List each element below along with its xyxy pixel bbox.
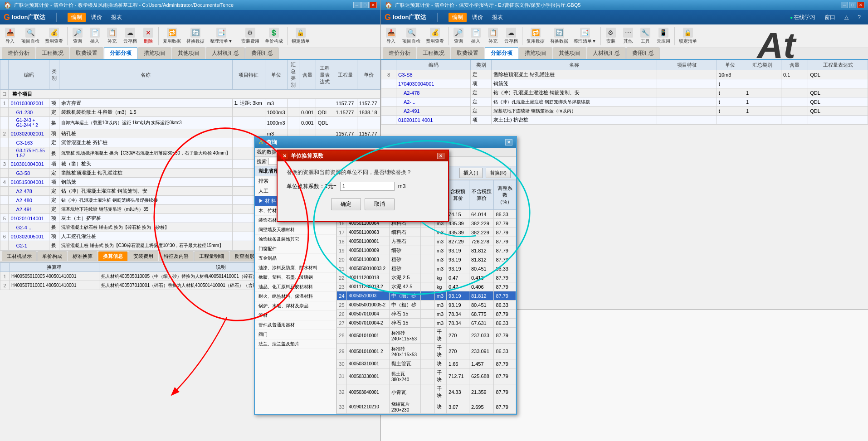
query-cat-boiler[interactable]: 锅炉、水电、焊材及杂品 [255, 301, 336, 311]
repeat-data-btn[interactable]: 🔁 复用数据 [161, 26, 183, 46]
query-insert-btn[interactable]: 插入(I) [459, 168, 482, 178]
left-tab-analysis[interactable]: 造价分析 [2, 47, 35, 59]
left-close-btn[interactable]: ✕ [370, 2, 377, 8]
right-maximize-btn[interactable]: □ [849, 2, 856, 8]
left-btab-convert-info[interactable]: 换算信息 [98, 251, 128, 261]
query-cat-fittings[interactable]: 管件及普通用器材 [255, 320, 336, 330]
replace-data-btn[interactable]: 🔄 替换数据 [184, 26, 207, 46]
right-query-btn[interactable]: 🔎 查询 [450, 26, 467, 46]
left-btab-standard-convert[interactable]: 标准换算 [68, 251, 98, 261]
unit-price-btn[interactable]: 💲 单价构成 [263, 26, 285, 46]
right-project-check-btn[interactable]: 🔍 项目自检 [400, 26, 423, 46]
query-btn[interactable]: 🔎 查询 [69, 26, 86, 46]
query-cat-decoration[interactable]: 涂饰线条及装饰其它 [255, 235, 336, 244]
table-row[interactable]: 25 4005050010005-2 中（粗）砂 m3 93.19 80.451… [337, 300, 516, 310]
table-row[interactable]: 23 400111200018-2 水泥 42.5 kg 0.47 0.406 … [337, 282, 516, 291]
right-tab-fee-setup[interactable]: 取费设置 [451, 47, 484, 59]
table-row[interactable]: 26 400507010004 碎石 15 m3 78.34 68.775 87… [337, 310, 516, 319]
delete-btn[interactable]: ✕ 删除 [140, 26, 156, 46]
right-help[interactable]: ? [854, 13, 864, 21]
left-tab-cost-summary[interactable]: 费用汇总 [245, 47, 279, 59]
table-row[interactable]: 32 400503040001 小青瓦 千块 24.33 21.359 87.7… [337, 384, 516, 400]
right-fill-btn[interactable]: 📋 补充 [485, 26, 501, 46]
table-row[interactable]: 20 400501100003 粗砂 m3 93.19 81.812 87.79 [337, 255, 516, 264]
query-cat-metal[interactable]: 五金制品 [255, 254, 336, 263]
left-btab-install-fee[interactable]: 安装费用 [128, 251, 158, 261]
right-close-btn[interactable]: ✕ [857, 2, 864, 8]
table-row[interactable]: A2-478 定 钻（冲）孔混凝土灌注桩 钢筋笼制、安 t 1 QDL [381, 88, 868, 97]
right-menu-edit[interactable]: 编制 [449, 13, 467, 22]
query-dialog-close[interactable]: ✕ [505, 139, 512, 145]
unit-confirm-btn[interactable]: 确定 [331, 198, 361, 210]
query-cat-chemical[interactable]: 油品、化工原料及胶粘材料 [255, 282, 336, 292]
right-install-btn[interactable]: ⚙ 安装 [603, 26, 619, 46]
left-btab-resources[interactable]: 工材机显示 [2, 251, 37, 261]
table-row[interactable]: 30 400503310001 黏土管瓦 块 1.66 1.457 87.79 [337, 359, 516, 368]
right-tab-cost-summary[interactable]: 费用汇总 [626, 47, 660, 59]
left-tab-overview[interactable]: 工程概况 [36, 47, 69, 59]
query-cat-door[interactable]: 门窗配件 [255, 244, 336, 254]
right-cloud-btn[interactable]: ☁ 云存档 [502, 26, 520, 46]
left-tab-sections[interactable]: 分部分项 [104, 47, 137, 59]
query-cat-valve[interactable]: 阀门 [255, 330, 336, 339]
table-row[interactable]: 8 G3-S8 定 凿除桩顶混凝土 钻孔灌注桩 10m3 0.1 QDL [381, 70, 868, 79]
right-tools-btn[interactable]: 🔧 工具 [637, 26, 653, 46]
table-row-selected[interactable]: 24 40050510003 中（细）砂 m3 93.19 81.812 87.… [337, 291, 516, 300]
sort-list-btn[interactable]: 📑 整理清单▼ [208, 26, 235, 46]
table-row[interactable]: 19 400501100009 细砂 m3 93.19 81.812 87.79 [337, 246, 516, 255]
cloud-btn[interactable]: ☁ 云存档 [121, 26, 139, 46]
table-row[interactable]: ⊟ 整个项目 [0, 90, 380, 99]
left-btab-qty-detail[interactable]: 工程量明细 [194, 251, 229, 261]
import-btn[interactable]: 📥 导入 [2, 26, 18, 46]
right-import-btn[interactable]: 📥 导入 [383, 26, 399, 46]
table-row[interactable]: G1-243 +G1-244 * 2 换 自卸汽车运土（载重10t以内）运距 1… [0, 117, 380, 129]
table-row[interactable]: 01020101 4001 项 灰土(土) 挤密桩 [381, 116, 868, 125]
table-row[interactable]: A2-491 定 深基坑地下连续墙 钢筋笼吊运（m以内） t 1 QDL [381, 107, 868, 116]
query-cat-fireproof[interactable]: 耐火、绝热材料、保温材料 [255, 292, 336, 301]
table-row[interactable]: 33 401901210210 烧结瓦片 230×230 块 3.07 2.69… [337, 400, 516, 414]
right-tab-sections[interactable]: 分部分项 [485, 47, 518, 59]
table-row[interactable]: 1 010103002001 项 余方弃置 1. 运距: 3km m3 1157… [0, 99, 380, 108]
right-lock-list-btn[interactable]: 🔒 锁定清单 [677, 26, 699, 46]
right-menu-report[interactable]: 报表 [488, 13, 507, 22]
left-menu-report[interactable]: 报表 [107, 13, 126, 22]
left-minimize-btn[interactable]: ─ [353, 2, 361, 8]
unit-cancel-btn[interactable]: 取消 [365, 198, 395, 210]
left-tab-fee-setup[interactable]: 取费设置 [70, 47, 103, 59]
query-cat-pipe[interactable]: 管材 [255, 311, 336, 320]
right-replace-data-btn[interactable]: 🔄 替换数据 [548, 26, 571, 46]
left-menu-price[interactable]: 调价 [88, 13, 106, 22]
right-sort-list-btn[interactable]: 📑 整理清单▼ [571, 26, 599, 46]
right-window-menu[interactable]: 窗口 [821, 13, 839, 22]
table-row[interactable]: 17 400501100063 细料石 m3 435.39 382.229 87… [337, 228, 516, 237]
right-tab-measures[interactable]: 措施项目 [519, 47, 552, 59]
right-other-btn[interactable]: ⋯ 其他 [620, 26, 636, 46]
left-tab-other[interactable]: 其他项目 [172, 47, 205, 59]
fill-btn[interactable]: 📋 补充 [104, 26, 120, 46]
table-row[interactable]: 31 400503330001 黏土瓦 380×240 千块 712.71 62… [337, 368, 516, 384]
right-repeat-data-btn[interactable]: 🔁 复用数据 [524, 26, 547, 46]
unit-dialog-close-btn[interactable]: ✕ [437, 153, 444, 159]
table-row[interactable]: 1704030004001 项 钢筋笼 t [381, 79, 868, 88]
query-cat-paint[interactable]: 油漆、涂料及防腐、防水材料 [255, 263, 336, 273]
project-check-btn[interactable]: 🔍 项目自检 [19, 26, 42, 46]
right-menu-price[interactable]: 调价 [468, 13, 487, 22]
left-menu-edit[interactable]: 编制 [68, 13, 86, 22]
right-cost-check-btn[interactable]: 💰 费用查看 [424, 26, 446, 46]
left-tab-resources[interactable]: 人材机汇总 [206, 47, 245, 59]
table-row[interactable]: 18 400501100001 方整石 m3 827.29 726.278 87… [337, 237, 516, 246]
cost-check-btn[interactable]: 💰 费用查看 [43, 26, 65, 46]
right-minimize-btn[interactable]: ─ [841, 2, 848, 8]
query-replace-btn[interactable]: 替换(R) [486, 168, 511, 178]
lock-list-btn[interactable]: 🔒 锁定清单 [289, 26, 312, 46]
right-online-learn[interactable]: ● 在线学习 [786, 13, 819, 22]
query-cat-rubber[interactable]: 橡胶、塑料、石墨、玻璃钢 [255, 273, 336, 282]
right-tab-analysis[interactable]: 造价分析 [383, 47, 416, 59]
right-user-icon[interactable]: △ [841, 13, 852, 21]
query-cat-partition[interactable]: 间壁墙及天棚材料 [255, 225, 336, 235]
left-tab-measures[interactable]: 措施项目 [138, 47, 171, 59]
right-tab-other[interactable]: 其他项目 [553, 47, 586, 59]
left-btab-unit-price[interactable]: 单价构成 [37, 251, 67, 261]
query-cat-flange[interactable]: 法兰、法兰盖及垫片 [255, 339, 336, 349]
left-btab-features[interactable]: 特征及内容 [159, 251, 194, 261]
